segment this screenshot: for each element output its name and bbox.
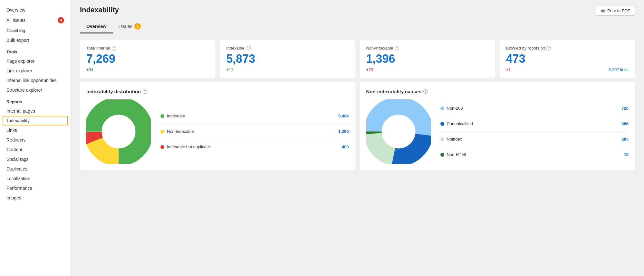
legend-dot-duplicate <box>160 145 164 149</box>
reports-section-label: Reports <box>0 95 71 106</box>
indexability-donut-svg <box>86 99 151 164</box>
sidebar-item-internal-link-opportunities[interactable]: Internal link opportunities <box>0 76 71 85</box>
sidebar-item-link-explorer[interactable]: Link explorer <box>0 66 71 76</box>
legend-value-duplicate[interactable]: 409 <box>342 144 349 149</box>
stat-card-blocked: Blocked by robots.txt ? 473 +1 8,207 lin… <box>500 40 635 78</box>
stat-card-indexable: Indexable ? 5,873 +11 <box>220 40 355 78</box>
legend-item-duplicate: Indexable but duplicate 409 <box>160 144 349 149</box>
legend-dot-non200 <box>440 106 444 110</box>
print-icon <box>601 9 605 13</box>
main-area: Total internal ? 7,269 +34 Indexable ? 5… <box>71 33 644 276</box>
page-header: Indexability Print to PDF <box>71 0 644 16</box>
legend-item-canonicalized: Canonicalized 366 <box>440 121 629 126</box>
stat-value-non-indexable: 1,396 <box>366 52 489 65</box>
stat-delta-indexable: +11 <box>226 67 349 72</box>
sidebar-item-all-issues[interactable]: All issues 4 <box>0 15 71 26</box>
stat-value-total-internal: 7,269 <box>86 52 209 65</box>
tabs-bar: Overview Issues 1 <box>71 16 644 33</box>
legend-item-non200: Non-200 726 <box>440 106 629 111</box>
indexability-distribution-card: Indexability distribution ? <box>80 82 355 170</box>
legend-dot-indexable <box>160 114 164 118</box>
issues-tab-badge: 1 <box>134 23 141 30</box>
legend-value-non-indexable[interactable]: 1,396 <box>338 129 349 134</box>
svg-point-5 <box>102 115 135 148</box>
sidebar-item-page-explorer[interactable]: Page explorer <box>0 56 71 66</box>
page-title: Indexability <box>80 6 119 14</box>
tools-section-label: Tools <box>0 45 71 56</box>
stat-cards-row: Total internal ? 7,269 +34 Indexable ? 5… <box>80 40 635 78</box>
all-issues-badge: 4 <box>58 17 64 23</box>
sidebar-item-social-tags[interactable]: Social tags <box>0 154 71 164</box>
sidebar-item-overview[interactable]: Overview <box>0 5 71 15</box>
sidebar-item-crawl-log[interactable]: Crawl log <box>0 26 71 35</box>
stat-value-indexable: 5,873 <box>226 52 349 65</box>
sidebar-item-performance[interactable]: Performance <box>0 183 71 193</box>
legend-dot-canonicalized <box>440 122 444 126</box>
non-indexability-causes-card: Non-indexability causes ? <box>360 82 635 170</box>
sidebar-item-internal-pages[interactable]: Internal pages <box>0 106 71 116</box>
legend-value-noindex[interactable]: 285 <box>621 137 629 142</box>
svg-rect-0 <box>602 11 604 13</box>
legend-dot-non-indexable <box>160 130 164 133</box>
legend-value-non-html[interactable]: 19 <box>624 152 629 157</box>
sidebar-item-localization[interactable]: Localization <box>0 174 71 183</box>
main-content: Indexability Print to PDF Overview Issue… <box>71 0 644 276</box>
stat-delta-non-indexable: +23 <box>366 67 489 72</box>
tab-overview[interactable]: Overview <box>80 20 113 33</box>
sidebar-item-links[interactable]: Links <box>0 125 71 135</box>
help-icon-nonindex-causes[interactable]: ? <box>423 89 428 94</box>
help-icon-indexable[interactable]: ? <box>246 46 251 51</box>
legend-value-indexable[interactable]: 5,464 <box>338 114 349 118</box>
sidebar-item-structure-explorer[interactable]: Structure explorer <box>0 85 71 95</box>
stat-value-blocked: 473 <box>506 52 629 65</box>
sidebar-item-bulk-export[interactable]: Bulk export <box>0 35 71 45</box>
sidebar-item-images[interactable]: Images <box>0 193 71 203</box>
legend-dot-noindex <box>440 137 444 141</box>
help-icon-blocked[interactable]: ? <box>546 46 551 51</box>
charts-row: Indexability distribution ? <box>80 82 635 170</box>
print-to-pdf-button[interactable]: Print to PDF <box>596 6 635 16</box>
sidebar-item-redirects[interactable]: Redirects <box>0 135 71 145</box>
help-icon-total-internal[interactable]: ? <box>112 46 116 51</box>
legend-item-non-html: Non-HTML 19 <box>440 152 629 157</box>
help-icon-non-indexable[interactable]: ? <box>395 46 399 51</box>
stat-card-non-indexable: Non-indexable ? 1,396 +23 <box>360 40 495 78</box>
indexability-legend: Indexable 5,464 Non-indexable 1,396 <box>160 114 349 149</box>
legend-dot-non-html <box>440 153 444 157</box>
nonindexability-donut-svg <box>366 99 431 164</box>
tab-issues[interactable]: Issues 1 <box>113 20 147 33</box>
svg-point-11 <box>382 115 415 148</box>
legend-value-canonicalized[interactable]: 366 <box>621 121 629 126</box>
sidebar: Overview All issues 4 Crawl log Bulk exp… <box>0 0 71 276</box>
help-icon-index-dist[interactable]: ? <box>143 89 147 94</box>
nonindexability-legend: Non-200 726 Canonicalized 366 <box>440 106 629 157</box>
stat-card-total-internal: Total internal ? 7,269 +34 <box>80 40 215 78</box>
sidebar-item-indexability[interactable]: Indexability <box>3 116 68 125</box>
indexability-donut-chart <box>86 99 151 164</box>
sidebar-item-duplicates[interactable]: Duplicates <box>0 164 71 174</box>
legend-item-non-indexable: Non-indexable 1,396 <box>160 129 349 134</box>
legend-value-non200[interactable]: 726 <box>621 106 629 111</box>
nonindexability-donut-chart <box>366 99 431 164</box>
blocked-links-link[interactable]: 8,207 links <box>609 67 629 72</box>
legend-item-indexable: Indexable 5,464 <box>160 114 349 118</box>
stat-delta-total-internal: +34 <box>86 67 209 72</box>
legend-item-noindex: Noindex 285 <box>440 137 629 142</box>
sidebar-item-content[interactable]: Content <box>0 145 71 154</box>
